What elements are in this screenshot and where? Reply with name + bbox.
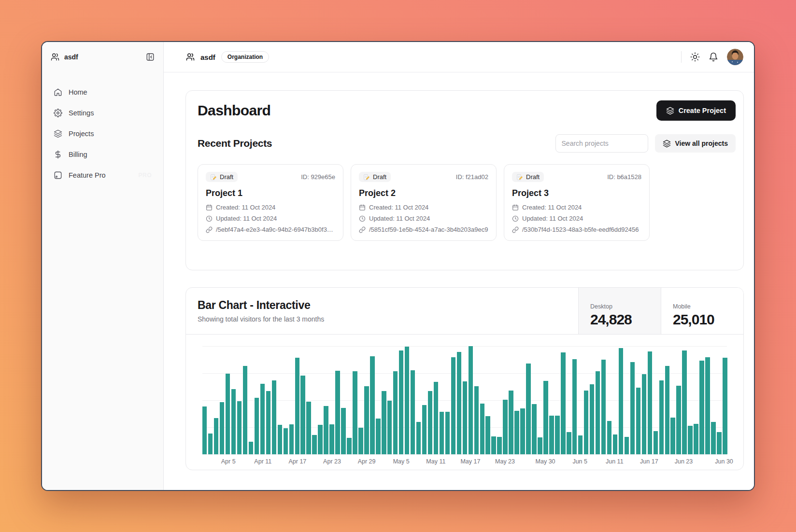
chart-bar[interactable]	[613, 434, 617, 454]
chart-bar[interactable]	[723, 358, 727, 454]
chart-bar[interactable]	[636, 388, 640, 454]
sidebar-collapse-button[interactable]	[146, 53, 155, 61]
chart-bar[interactable]	[260, 384, 265, 454]
chart-bar[interactable]	[682, 350, 686, 454]
user-avatar[interactable]	[727, 49, 743, 65]
chart-bar[interactable]	[376, 419, 380, 454]
chart-bar[interactable]	[717, 432, 721, 454]
theme-toggle-button[interactable]	[690, 52, 700, 62]
notifications-button[interactable]	[709, 52, 718, 62]
chart-bar[interactable]	[341, 408, 345, 454]
chart-bar[interactable]	[463, 381, 467, 454]
chart-bar[interactable]	[347, 438, 351, 454]
chart-bar[interactable]	[300, 376, 305, 454]
chart-bar[interactable]	[596, 371, 600, 454]
chart-bar[interactable]	[491, 436, 496, 454]
chart-bar[interactable]	[278, 425, 282, 454]
chart-bar[interactable]	[451, 357, 455, 454]
chart-bar[interactable]	[590, 384, 594, 454]
view-all-projects-button[interactable]: View all projects	[655, 134, 736, 153]
search-projects-input[interactable]	[555, 134, 648, 153]
sidebar-item-home[interactable]: Home	[49, 83, 156, 102]
tab-desktop[interactable]: Desktop 24,828	[578, 288, 661, 334]
chart-bar[interactable]	[630, 362, 635, 454]
chart-bar[interactable]	[619, 348, 623, 454]
chart-bar[interactable]	[324, 406, 328, 454]
chart-bar[interactable]	[509, 391, 513, 454]
chart-bar[interactable]	[607, 421, 611, 454]
create-project-button[interactable]: Create Project	[656, 100, 736, 121]
chart-bar[interactable]	[549, 416, 554, 454]
chart-bar[interactable]	[445, 412, 450, 454]
project-link[interactable]: /530b7f4d-1523-48a3-b5fe-eedf6dd92456	[512, 226, 641, 233]
chart-bar[interactable]	[625, 437, 629, 454]
chart-bar[interactable]	[497, 437, 501, 454]
chart-bar[interactable]	[659, 380, 664, 454]
chart-bar[interactable]	[237, 401, 242, 454]
sidebar-item-settings[interactable]: Settings	[49, 103, 156, 123]
chart-bar[interactable]	[654, 431, 658, 454]
chart-bar[interactable]	[243, 366, 247, 454]
chart-bar[interactable]	[284, 428, 288, 454]
chart-bar[interactable]	[220, 402, 224, 454]
chart-bar[interactable]	[399, 350, 403, 454]
chart-bar[interactable]	[318, 425, 322, 454]
chart-bar[interactable]	[382, 391, 386, 454]
chart-bar[interactable]	[249, 442, 253, 454]
chart-bar[interactable]	[434, 382, 438, 454]
chart-bar[interactable]	[642, 374, 646, 454]
chart-bar[interactable]	[648, 351, 652, 454]
chart-bar[interactable]	[335, 371, 340, 454]
chart-bar[interactable]	[364, 386, 369, 454]
chart-bar[interactable]	[485, 416, 490, 454]
chart-bar[interactable]	[469, 346, 473, 454]
chart-bar[interactable]	[555, 416, 559, 454]
chart-bar[interactable]	[520, 408, 525, 454]
chart-bar[interactable]	[440, 412, 444, 454]
chart-bar[interactable]	[358, 428, 363, 454]
chart-bar[interactable]	[208, 434, 213, 454]
chart-bar[interactable]	[567, 432, 571, 454]
chart-bar[interactable]	[393, 371, 398, 454]
chart-bar[interactable]	[526, 364, 530, 454]
project-link[interactable]: /5ebf47a4-e2e3-4a9c-94b2-6947b3b0f3…	[206, 226, 335, 233]
chart-bar[interactable]	[428, 391, 432, 454]
chart-bar[interactable]	[370, 356, 374, 454]
chart-bar[interactable]	[306, 402, 311, 454]
chart-bar[interactable]	[422, 405, 426, 454]
chart-bar[interactable]	[231, 389, 236, 454]
chart-bar[interactable]	[532, 404, 536, 454]
project-card[interactable]: Draft ID: 929e65e Project 1 Created: 11 …	[198, 164, 343, 241]
project-card[interactable]: Draft ID: f21ad02 Project 2 Created: 11 …	[351, 164, 497, 241]
chart-bar[interactable]	[705, 357, 710, 454]
chart-bar[interactable]	[665, 366, 669, 454]
project-link[interactable]: /5851cf59-1e5b-4524-a7ac-3b4b203a9ec9	[359, 226, 488, 233]
chart-bar[interactable]	[688, 426, 692, 454]
chart-bar[interactable]	[202, 406, 207, 454]
chart-bar[interactable]	[572, 359, 577, 454]
chart-bar[interactable]	[480, 404, 484, 454]
chart-bar[interactable]	[329, 424, 334, 454]
chart-bar[interactable]	[411, 370, 415, 454]
chart-bar[interactable]	[226, 374, 230, 454]
chart-bar[interactable]	[416, 422, 421, 454]
chart-bar[interactable]	[711, 422, 715, 454]
chart-bar[interactable]	[503, 400, 507, 454]
chart-bar[interactable]	[584, 391, 588, 454]
chart-bar[interactable]	[514, 411, 519, 454]
tab-mobile[interactable]: Mobile 25,010	[661, 288, 743, 334]
chart-bar[interactable]	[601, 360, 606, 454]
chart-bar[interactable]	[457, 352, 461, 454]
chart-bar[interactable]	[676, 386, 681, 454]
chart-bar[interactable]	[538, 437, 542, 454]
chart-bar[interactable]	[694, 424, 698, 454]
chart-bar[interactable]	[699, 361, 704, 454]
chart-bar[interactable]	[266, 391, 270, 454]
chart-bar[interactable]	[295, 358, 299, 454]
sidebar-item-feature-pro[interactable]: Feature Pro PRO	[49, 166, 156, 185]
chart-bar[interactable]	[670, 418, 675, 454]
chart-bar[interactable]	[289, 424, 294, 454]
sidebar-item-projects[interactable]: Projects	[49, 124, 156, 143]
chart-bar[interactable]	[387, 401, 392, 454]
chart-bar[interactable]	[561, 352, 565, 454]
